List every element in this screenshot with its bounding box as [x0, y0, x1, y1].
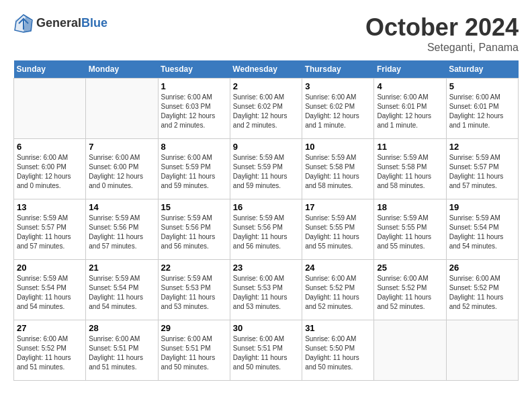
table-row [446, 320, 518, 381]
week-row-5: 27Sunrise: 6:00 AM Sunset: 5:52 PM Dayli… [14, 320, 519, 381]
day-info: Sunrise: 6:00 AM Sunset: 5:53 PM Dayligh… [233, 274, 299, 312]
day-number: 25 [377, 263, 443, 273]
day-info: Sunrise: 5:59 AM Sunset: 5:54 PM Dayligh… [89, 274, 154, 312]
day-number: 5 [449, 81, 515, 91]
table-row: 3Sunrise: 6:00 AM Sunset: 6:02 PM Daylig… [302, 79, 374, 139]
day-info: Sunrise: 5:59 AM Sunset: 5:56 PM Dayligh… [89, 214, 154, 251]
column-header-monday: Monday [86, 60, 158, 79]
day-number: 14 [89, 202, 154, 212]
column-header-saturday: Saturday [446, 60, 518, 79]
day-number: 1 [161, 81, 227, 91]
day-info: Sunrise: 6:00 AM Sunset: 6:02 PM Dayligh… [233, 93, 299, 130]
table-row: 5Sunrise: 6:00 AM Sunset: 6:01 PM Daylig… [446, 79, 518, 139]
day-number: 21 [89, 263, 154, 273]
day-info: Sunrise: 6:00 AM Sunset: 5:52 PM Dayligh… [449, 274, 515, 312]
day-info: Sunrise: 5:59 AM Sunset: 5:54 PM Dayligh… [17, 274, 83, 312]
table-row [14, 79, 86, 139]
day-number: 12 [449, 142, 515, 152]
day-info: Sunrise: 5:59 AM Sunset: 5:55 PM Dayligh… [305, 214, 371, 251]
table-row: 25Sunrise: 6:00 AM Sunset: 5:52 PM Dayli… [374, 260, 446, 320]
day-number: 26 [449, 263, 515, 273]
table-row: 28Sunrise: 6:00 AM Sunset: 5:51 PM Dayli… [86, 320, 158, 381]
day-info: Sunrise: 5:59 AM Sunset: 5:54 PM Dayligh… [449, 214, 515, 251]
day-number: 13 [17, 202, 83, 212]
day-info: Sunrise: 6:00 AM Sunset: 5:59 PM Dayligh… [161, 153, 227, 191]
day-number: 2 [233, 81, 299, 91]
table-row: 22Sunrise: 5:59 AM Sunset: 5:53 PM Dayli… [158, 260, 230, 320]
logo-icon [13, 13, 34, 34]
table-row: 31Sunrise: 6:00 AM Sunset: 5:50 PM Dayli… [302, 320, 374, 381]
day-number: 17 [305, 202, 371, 212]
day-info: Sunrise: 6:00 AM Sunset: 5:52 PM Dayligh… [17, 334, 83, 372]
table-row: 21Sunrise: 5:59 AM Sunset: 5:54 PM Dayli… [86, 260, 158, 320]
day-number: 24 [305, 263, 371, 273]
day-number: 15 [161, 202, 227, 212]
table-row: 10Sunrise: 5:59 AM Sunset: 5:58 PM Dayli… [302, 139, 374, 199]
day-number: 16 [233, 202, 299, 212]
table-row: 17Sunrise: 5:59 AM Sunset: 5:55 PM Dayli… [302, 199, 374, 260]
table-row: 16Sunrise: 5:59 AM Sunset: 5:56 PM Dayli… [230, 199, 302, 260]
day-info: Sunrise: 5:59 AM Sunset: 5:58 PM Dayligh… [305, 153, 371, 191]
table-row: 9Sunrise: 5:59 AM Sunset: 5:59 PM Daylig… [230, 139, 302, 199]
table-row: 26Sunrise: 6:00 AM Sunset: 5:52 PM Dayli… [446, 260, 518, 320]
table-row [374, 320, 446, 381]
day-info: Sunrise: 5:59 AM Sunset: 5:57 PM Dayligh… [17, 214, 83, 251]
day-number: 18 [377, 202, 443, 212]
week-row-1: 1Sunrise: 6:00 AM Sunset: 6:03 PM Daylig… [14, 79, 519, 139]
day-info: Sunrise: 6:00 AM Sunset: 5:51 PM Dayligh… [233, 334, 299, 372]
day-info: Sunrise: 5:59 AM Sunset: 5:55 PM Dayligh… [377, 214, 443, 251]
logo-general: General [36, 16, 81, 30]
day-info: Sunrise: 6:00 AM Sunset: 5:51 PM Dayligh… [89, 334, 154, 372]
week-row-2: 6Sunrise: 6:00 AM Sunset: 6:00 PM Daylig… [14, 139, 519, 199]
day-number: 9 [233, 142, 299, 152]
day-number: 30 [233, 323, 299, 333]
column-header-friday: Friday [374, 60, 446, 79]
column-header-wednesday: Wednesday [230, 60, 302, 79]
day-info: Sunrise: 5:59 AM Sunset: 5:58 PM Dayligh… [377, 153, 443, 191]
column-header-sunday: Sunday [14, 60, 86, 79]
week-row-3: 13Sunrise: 5:59 AM Sunset: 5:57 PM Dayli… [14, 199, 519, 260]
day-number: 22 [161, 263, 227, 273]
header-row: SundayMondayTuesdayWednesdayThursdayFrid… [14, 60, 519, 79]
calendar-table: SundayMondayTuesdayWednesdayThursdayFrid… [13, 60, 519, 381]
table-row: 19Sunrise: 5:59 AM Sunset: 5:54 PM Dayli… [446, 199, 518, 260]
day-number: 27 [17, 323, 83, 333]
day-info: Sunrise: 5:59 AM Sunset: 5:56 PM Dayligh… [233, 214, 299, 251]
table-row: 1Sunrise: 6:00 AM Sunset: 6:03 PM Daylig… [158, 79, 230, 139]
table-row: 29Sunrise: 6:00 AM Sunset: 5:51 PM Dayli… [158, 320, 230, 381]
day-info: Sunrise: 5:59 AM Sunset: 5:56 PM Dayligh… [161, 214, 227, 251]
table-row: 7Sunrise: 6:00 AM Sunset: 6:00 PM Daylig… [86, 139, 158, 199]
day-info: Sunrise: 5:59 AM Sunset: 5:57 PM Dayligh… [449, 153, 515, 191]
day-info: Sunrise: 6:00 AM Sunset: 6:02 PM Dayligh… [305, 93, 371, 130]
table-row: 2Sunrise: 6:00 AM Sunset: 6:02 PM Daylig… [230, 79, 302, 139]
day-info: Sunrise: 6:00 AM Sunset: 5:52 PM Dayligh… [377, 274, 443, 312]
title-block: October 2024 Seteganti, Panama [365, 13, 519, 54]
day-info: Sunrise: 6:00 AM Sunset: 6:01 PM Dayligh… [377, 93, 443, 130]
table-row [86, 79, 158, 139]
table-row: 13Sunrise: 5:59 AM Sunset: 5:57 PM Dayli… [14, 199, 86, 260]
day-info: Sunrise: 6:00 AM Sunset: 6:00 PM Dayligh… [17, 153, 83, 191]
day-number: 23 [233, 263, 299, 273]
day-info: Sunrise: 6:00 AM Sunset: 6:00 PM Dayligh… [89, 153, 154, 191]
day-number: 6 [17, 142, 83, 152]
day-number: 8 [161, 142, 227, 152]
day-number: 20 [17, 263, 83, 273]
day-number: 19 [449, 202, 515, 212]
table-row: 27Sunrise: 6:00 AM Sunset: 5:52 PM Dayli… [14, 320, 86, 381]
day-info: Sunrise: 6:00 AM Sunset: 6:01 PM Dayligh… [449, 93, 515, 130]
table-row: 12Sunrise: 5:59 AM Sunset: 5:57 PM Dayli… [446, 139, 518, 199]
logo-blue: Blue [81, 16, 107, 30]
table-row: 23Sunrise: 6:00 AM Sunset: 5:53 PM Dayli… [230, 260, 302, 320]
table-row: 11Sunrise: 5:59 AM Sunset: 5:58 PM Dayli… [374, 139, 446, 199]
table-row: 15Sunrise: 5:59 AM Sunset: 5:56 PM Dayli… [158, 199, 230, 260]
table-row: 24Sunrise: 6:00 AM Sunset: 5:52 PM Dayli… [302, 260, 374, 320]
table-row: 20Sunrise: 5:59 AM Sunset: 5:54 PM Dayli… [14, 260, 86, 320]
day-info: Sunrise: 5:59 AM Sunset: 5:59 PM Dayligh… [233, 153, 299, 191]
day-number: 7 [89, 142, 154, 152]
day-info: Sunrise: 6:00 AM Sunset: 5:50 PM Dayligh… [305, 334, 371, 372]
week-row-4: 20Sunrise: 5:59 AM Sunset: 5:54 PM Dayli… [14, 260, 519, 320]
day-number: 11 [377, 142, 443, 152]
month-title: October 2024 [365, 13, 519, 42]
day-info: Sunrise: 6:00 AM Sunset: 5:51 PM Dayligh… [161, 334, 227, 372]
day-number: 31 [305, 323, 371, 333]
